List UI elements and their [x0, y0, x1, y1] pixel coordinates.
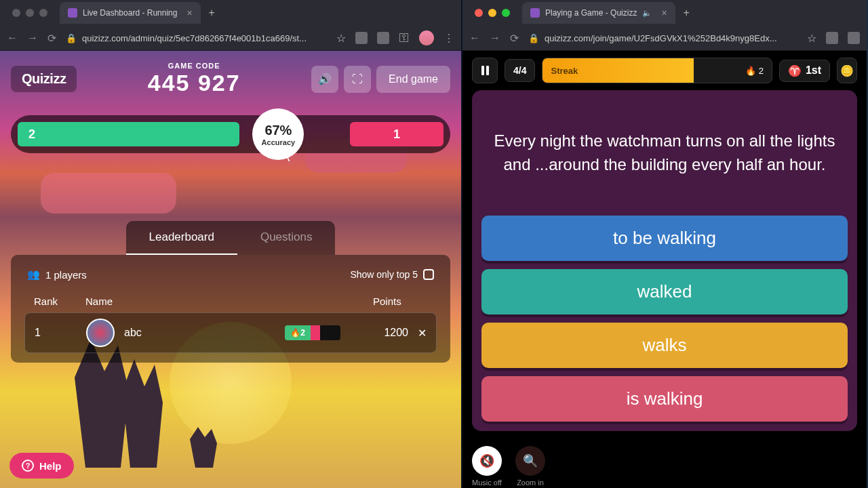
answer-option-1[interactable]: to be walking: [481, 216, 848, 261]
fullscreen-button[interactable]: ⛶: [344, 66, 371, 93]
browser-tab-left[interactable]: Live Dashboard - Running ×: [60, 2, 201, 24]
flame-icon: 🔥: [745, 66, 756, 76]
quizizz-logo[interactable]: Quizizz: [11, 66, 77, 92]
back-icon[interactable]: ←: [469, 32, 480, 44]
favicon-icon: [530, 8, 540, 18]
back-icon[interactable]: ←: [7, 32, 18, 44]
player-name: abc: [124, 327, 142, 339]
music-toggle-button[interactable]: 🔇: [472, 446, 502, 476]
pause-icon: [481, 66, 489, 75]
tab-title: Playing a Game - Quizizz: [545, 8, 637, 18]
extension-icon[interactable]: [355, 32, 368, 44]
player-avatar-icon: [86, 319, 115, 347]
show-top-toggle[interactable]: Show only top 5: [350, 269, 434, 280]
end-game-button[interactable]: End game: [376, 66, 450, 93]
game-code: GAME CODE 445 927: [82, 62, 306, 96]
remove-player-icon[interactable]: ✕: [418, 327, 427, 340]
key-icon[interactable]: ⚿: [399, 32, 410, 44]
answer-option-4[interactable]: is walking: [481, 376, 848, 422]
close-icon[interactable]: ×: [186, 7, 192, 18]
accuracy-bar: 2 1 67% Accuracy: [11, 115, 450, 153]
bookmark-icon[interactable]: ☆: [336, 32, 346, 45]
reload-icon[interactable]: ⟳: [47, 32, 56, 45]
music-off-icon: 🔇: [479, 453, 494, 468]
extension-icon[interactable]: [377, 32, 389, 44]
extension-icon[interactable]: [848, 32, 860, 44]
new-tab-button[interactable]: +: [201, 7, 223, 19]
bookmark-icon[interactable]: ☆: [807, 32, 816, 45]
zoom-icon: 🔍: [523, 453, 538, 468]
new-tab-button[interactable]: +: [675, 7, 698, 19]
favicon-icon: [68, 8, 77, 18]
profile-avatar-icon[interactable]: [419, 30, 434, 45]
streak-indicator: 🔥2: [285, 325, 340, 340]
trophy-icon: ♈: [788, 64, 802, 77]
audio-icon[interactable]: 🔈: [642, 9, 652, 18]
leaderboard-panel: 👥 1 players Show only top 5 Rank Name Po…: [11, 255, 450, 363]
wrong-bar: 1: [350, 122, 443, 146]
speaker-icon: 🔊: [318, 73, 332, 85]
tab-questions[interactable]: Questions: [237, 221, 336, 255]
reload-icon[interactable]: ⟳: [510, 32, 519, 45]
address-bar[interactable]: 🔒 quizizz.com/admin/quiz/5ec7d862667f4e0…: [66, 33, 327, 43]
address-bar[interactable]: 🔒 quizizz.com/join/game/U2FsdGVkX1%252Bd…: [528, 33, 797, 43]
browser-chrome-left: Live Dashboard - Running × + ← → ⟳ 🔒 qui…: [0, 0, 461, 51]
forward-icon[interactable]: →: [27, 32, 38, 44]
question-text: Every night the watchman turns on all th…: [481, 90, 848, 216]
tab-title: Live Dashboard - Running: [83, 8, 177, 18]
fullscreen-icon: ⛶: [352, 73, 363, 85]
menu-icon[interactable]: ⋮: [443, 32, 454, 45]
leaderboard-row: 1 abc 🔥2 1200 ✕: [24, 312, 437, 353]
question-counter: 4/4: [505, 59, 535, 82]
host-browser-window: Live Dashboard - Running × + ← → ⟳ 🔒 qui…: [0, 0, 461, 488]
streak-bar: Streak 🔥 2: [542, 58, 772, 83]
lock-icon: 🔒: [66, 33, 77, 43]
traffic-lights-left: [5, 9, 54, 17]
game-content: 4/4 Streak 🔥 2 ♈ 1st 🪙 Every night the w…: [462, 51, 867, 488]
answer-option-2[interactable]: walked: [481, 269, 848, 314]
dashboard-content: Quizizz GAME CODE 445 927 🔊 ⛶ End game 2: [0, 51, 461, 488]
pause-button[interactable]: [472, 58, 498, 83]
tab-leaderboard[interactable]: Leaderboard: [126, 221, 237, 255]
players-icon: 👥: [27, 268, 40, 281]
question-card: Every night the watchman turns on all th…: [472, 90, 857, 431]
url-text: quizizz.com/join/game/U2FsdGVkX1%252Bd4k…: [545, 33, 777, 43]
close-icon[interactable]: ×: [661, 7, 667, 18]
player-count: 👥 1 players: [27, 268, 87, 281]
player-browser-window: Playing a Game - Quizizz 🔈 × + ← → ⟳ 🔒 q…: [461, 0, 867, 488]
coin-icon: 🪙: [840, 64, 854, 77]
browser-tab-right[interactable]: Playing a Game - Quizizz 🔈 ×: [522, 2, 675, 24]
forward-icon[interactable]: →: [490, 32, 500, 44]
url-text: quizizz.com/admin/quiz/5ec7d862667f4e001…: [82, 33, 307, 43]
browser-chrome-right: Playing a Game - Quizizz 🔈 × + ← → ⟳ 🔒 q…: [462, 0, 867, 51]
lock-icon: 🔒: [528, 33, 539, 43]
answer-option-3[interactable]: walks: [481, 323, 848, 368]
checkbox-icon[interactable]: [423, 269, 434, 280]
traffic-lights-right: [468, 9, 517, 17]
rank-badge: ♈ 1st: [779, 60, 830, 82]
accuracy-badge: 67% Accuracy: [252, 108, 304, 160]
extension-icon[interactable]: [826, 32, 838, 44]
correct-bar: 2: [18, 122, 239, 146]
zoom-button[interactable]: 🔍: [515, 446, 545, 476]
sound-button[interactable]: 🔊: [311, 66, 338, 93]
coins-button[interactable]: 🪙: [837, 58, 857, 83]
player-points: 1200: [368, 327, 408, 339]
leaderboard-headers: Rank Name Points: [24, 290, 437, 312]
